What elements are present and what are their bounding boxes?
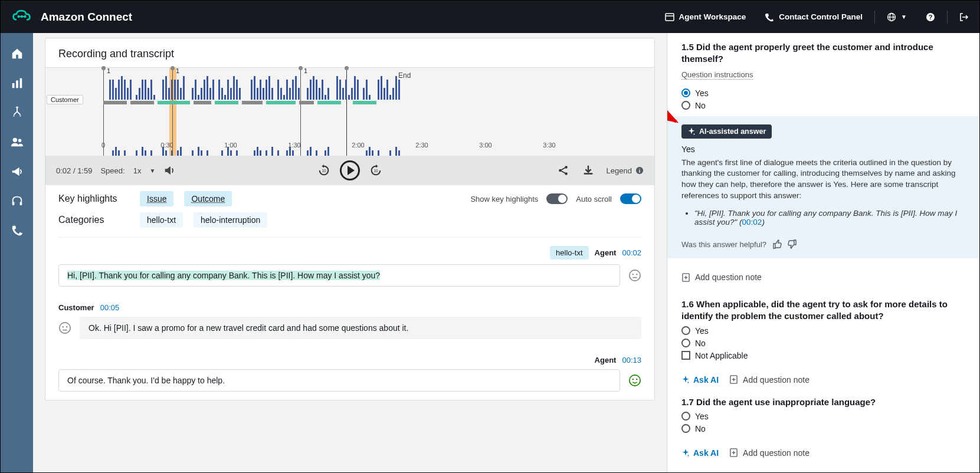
svg-rect-15	[12, 202, 14, 205]
chip-issue[interactable]: Issue	[140, 191, 173, 206]
speed-label: Speed:	[100, 166, 124, 175]
recording-title: Recording and transcript	[45, 38, 654, 67]
turn-timestamp[interactable]: 00:13	[622, 356, 641, 364]
note-icon	[729, 448, 738, 457]
ai-assisted-answer-box: AI-assisted answer Yes The agent's first…	[667, 116, 979, 259]
evaluation-panel: 1.5 Did the agent properly greet the cus…	[667, 33, 979, 472]
svg-point-30	[66, 326, 67, 327]
svg-rect-12	[19, 78, 22, 88]
volume-icon[interactable]	[163, 164, 176, 177]
show-highlights-label: Show key highlights	[470, 195, 538, 203]
note-icon	[729, 375, 738, 384]
sentiment-positive-icon	[628, 374, 641, 387]
play-button[interactable]	[340, 160, 360, 180]
turn-role: Customer	[58, 303, 94, 312]
q16-opt-no[interactable]: No	[681, 339, 965, 348]
categories-label: Categories	[58, 215, 129, 225]
sparkle-icon	[681, 376, 690, 384]
transcript-bubble[interactable]: Of course. Thank you. I'd be happy to he…	[58, 369, 620, 392]
help-icon: ?	[926, 12, 935, 22]
product-name: Amazon Connect	[41, 11, 132, 24]
ask-ai-q16[interactable]: Ask AI	[681, 375, 719, 385]
logout-icon	[959, 12, 969, 22]
q16-opt-yes[interactable]: Yes	[681, 326, 965, 336]
ai-explanation: The agent's first line of dialogue meets…	[681, 157, 965, 202]
sentiment-neutral-icon	[58, 321, 71, 334]
speed-value[interactable]: 1x	[133, 166, 142, 175]
svg-point-28	[60, 323, 70, 333]
add-note-q17[interactable]: Add question note	[729, 448, 809, 458]
window-icon	[665, 12, 674, 22]
key-highlights-label: Key highlights	[58, 193, 129, 204]
turn-timestamp[interactable]: 00:02	[622, 248, 641, 257]
svg-point-29	[63, 326, 64, 327]
svg-point-14	[18, 139, 21, 143]
chevron-down-icon: ▼	[901, 14, 907, 20]
question-instructions-link[interactable]: Question instructions	[681, 70, 753, 80]
ccp-link[interactable]: Contact Control Panel	[755, 12, 872, 22]
sparkle-icon	[681, 449, 690, 457]
language-menu[interactable]: ▼	[877, 12, 916, 22]
agent-workspace-link[interactable]: Agent Workspace	[655, 12, 756, 22]
chevron-down-icon[interactable]: ▼	[149, 167, 155, 174]
turn-role: Agent	[595, 248, 617, 257]
question-1-5: 1.5 Did the agent properly greet the cus…	[667, 33, 979, 264]
download-icon[interactable]	[582, 164, 595, 177]
contact-detail-panel: Recording and transcript 1 1 1 End Custo…	[33, 33, 667, 472]
nav-routing[interactable]	[11, 106, 24, 119]
nav-headset[interactable]	[11, 195, 24, 208]
add-note-q16[interactable]: Add question note	[729, 375, 809, 385]
thumbs-up-icon[interactable]	[772, 239, 782, 249]
helpful-label: Was this answer helpful?	[681, 240, 766, 249]
transcript-bubble[interactable]: Hi, [PII]. Thank you for calling any com…	[58, 264, 620, 287]
question-1-6: 1.6 When applicable, did the agent try t…	[667, 290, 979, 369]
nav-dialer[interactable]	[11, 224, 24, 237]
chip-outcome[interactable]: Outcome	[184, 191, 232, 206]
svg-point-26	[636, 274, 637, 275]
add-note-q15[interactable]: Add question note	[667, 264, 979, 290]
svg-rect-10	[12, 83, 14, 88]
turn-timestamp[interactable]: 00:05	[100, 303, 120, 312]
svg-point-32	[630, 375, 640, 386]
q17-opt-no[interactable]: No	[681, 424, 965, 433]
phone-icon	[765, 12, 774, 22]
nav-home[interactable]	[11, 47, 24, 60]
q17-opt-yes[interactable]: Yes	[681, 412, 965, 421]
transcript-timestamp-link[interactable]: 00:02	[742, 218, 762, 226]
note-icon	[681, 273, 690, 282]
logout-button[interactable]	[950, 12, 969, 22]
nav-campaigns[interactable]	[11, 165, 24, 178]
connect-logo-icon	[11, 9, 32, 25]
brand[interactable]: Amazon Connect	[11, 9, 132, 25]
transcript-list: hello-txtAgent00:02Hi, [PII]. Thank you …	[45, 238, 654, 400]
play-position: 0:02 / 1:59	[56, 166, 92, 175]
nav-users[interactable]	[11, 136, 24, 149]
show-highlights-toggle[interactable]	[546, 193, 568, 204]
help-button[interactable]: ?	[916, 12, 945, 22]
panel-resize-handle[interactable]	[667, 234, 667, 257]
q16-opt-na[interactable]: Not Applicable	[681, 351, 965, 360]
q15-opt-yes[interactable]: Yes	[681, 88, 965, 98]
info-icon: i	[635, 166, 644, 175]
thumbs-down-icon[interactable]	[788, 239, 797, 249]
legend-toggle[interactable]: Legend i	[607, 166, 644, 175]
turn-tag[interactable]: hello-txt	[550, 246, 589, 260]
rewind-10-icon[interactable]: 10	[317, 164, 330, 177]
svg-point-25	[632, 274, 634, 275]
ask-ai-q17[interactable]: Ask AI	[681, 448, 719, 458]
autoscroll-toggle[interactable]	[620, 193, 641, 204]
svg-text:?: ?	[929, 14, 933, 21]
q15-opt-no[interactable]: No	[681, 101, 965, 110]
waveform-area[interactable]: 1 1 1 End Customer Agent	[45, 67, 654, 156]
forward-10-icon[interactable]: 10	[369, 164, 382, 177]
turn-role: Agent	[595, 356, 617, 364]
svg-rect-11	[16, 80, 18, 88]
side-nav	[1, 33, 33, 472]
svg-point-33	[632, 379, 634, 380]
transcript-bubble[interactable]: Ok. Hi [PII]. I saw a promo for a new tr…	[80, 317, 641, 339]
category-chip[interactable]: helo-interruption	[194, 212, 267, 228]
sentiment-neutral-icon	[628, 269, 641, 282]
nav-metrics[interactable]	[11, 77, 24, 90]
share-icon[interactable]	[557, 164, 570, 177]
category-chip[interactable]: hello-txt	[140, 212, 183, 228]
